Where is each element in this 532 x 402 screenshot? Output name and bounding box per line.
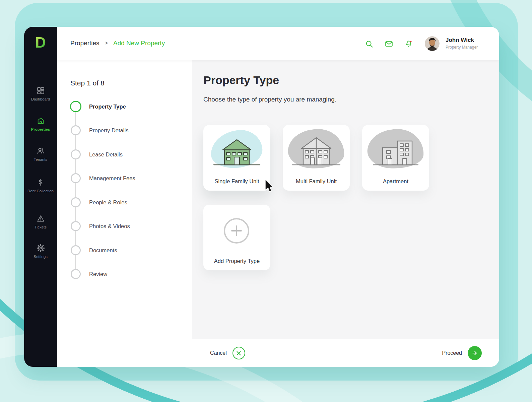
step-lease-details[interactable]: Lease Details [70,149,123,160]
dollar-icon [37,178,45,187]
sidebar-item-label: Properties [31,127,50,132]
card-label: Apartment [362,178,429,185]
step-label: Management Fees [89,175,135,182]
card-single-family-unit[interactable]: Single Family Unit [203,125,270,191]
wizard-footer: Cancel Proceed [57,339,499,367]
page-subtitle: Choose the type of property you are mana… [203,96,336,103]
messages-button[interactable] [385,40,393,48]
sidebar-item-settings[interactable]: Settings [24,244,57,259]
page-background: D Dashboard Properties [0,0,532,402]
step-label: Documents [89,247,117,254]
proceed-label: Proceed [442,350,462,356]
app-logo[interactable]: D [24,34,57,53]
breadcrumb-current: Add New Property [113,40,165,47]
card-apartment[interactable]: Apartment [362,125,429,191]
breadcrumb: Properties > Add New Property [70,40,165,47]
step-management-fees[interactable]: Management Fees [70,173,135,184]
proceed-button[interactable]: Proceed [442,339,482,367]
plus-icon [224,218,249,244]
warning-triangle-icon [37,214,45,223]
gear-icon [37,244,45,252]
step-label: Property Type [89,104,126,110]
step-review[interactable]: Review [70,268,107,280]
search-icon [365,40,374,48]
main-content: Property Type Choose the type of propert… [192,60,499,339]
sidebar-item-label: Dashboard [31,97,50,102]
sidebar-item-rent-collection[interactable]: Rent Collection [24,178,57,193]
app-window: D Dashboard Properties [24,27,499,367]
top-header: Properties > Add New Property [57,27,499,60]
card-label: Add Property Type [203,258,270,264]
logo-d-icon: D [32,34,49,52]
step-circle [70,101,81,112]
breadcrumb-section[interactable]: Properties [70,40,99,47]
step-circle [71,221,81,231]
step-documents[interactable]: Documents [70,245,117,256]
breadcrumb-separator: > [105,40,108,46]
step-property-details[interactable]: Property Details [70,125,128,136]
card-multi-family-unit[interactable]: Multi Family Unit [283,125,350,191]
user-avatar[interactable] [425,36,440,51]
step-people-roles[interactable]: People & Roles [70,197,127,208]
home-icon [37,117,45,125]
notification-dot [410,41,412,43]
user-role: Property Manager [446,45,478,50]
sidebar-item-tenants[interactable]: Tenants [24,147,57,162]
notifications-bell-icon [404,40,413,48]
multi-family-house-icon [291,131,341,171]
card-add-property-type[interactable]: Add Property Type [203,205,270,270]
step-circle [71,245,81,255]
step-label: Lease Details [89,151,123,158]
wizard-stepper-panel: Step 1 of 8 Property Type Property Detai… [57,60,192,339]
sidebar: D Dashboard Properties [24,27,57,367]
step-circle [71,269,81,279]
step-photos-videos[interactable]: Photos & Videos [70,220,130,232]
sidebar-item-dashboard[interactable]: Dashboard [24,86,57,102]
step-label: People & Roles [89,199,127,206]
step-property-type[interactable]: Property Type [70,101,126,112]
apartment-buildings-icon [371,131,421,171]
cancel-label: Cancel [210,350,227,356]
step-circle [71,149,81,159]
single-family-house-icon [212,131,262,171]
search-button[interactable] [365,40,374,48]
page-title: Property Type [203,74,279,87]
step-label: Photos & Videos [89,223,130,229]
card-label: Multi Family Unit [283,178,350,185]
cancel-button[interactable]: Cancel [210,339,245,367]
sidebar-item-label: Rent Collection [27,189,54,193]
sidebar-item-tickets[interactable]: Tickets [24,214,57,229]
notifications-button[interactable] [404,40,413,48]
user-meta: John Wick Property Manager [446,37,478,50]
card-label: Single Family Unit [203,178,270,185]
step-circle [71,173,81,183]
sidebar-item-properties[interactable]: Properties [24,117,57,132]
tenants-people-icon [37,147,45,155]
step-label: Property Details [89,127,128,134]
svg-text:D: D [35,34,46,51]
step-circle [71,197,81,207]
avatar-photo [425,36,440,51]
sidebar-item-label: Settings [34,255,48,259]
sidebar-item-label: Tenants [34,157,47,162]
proceed-arrow-icon [468,346,482,360]
step-label: Review [89,271,107,277]
step-circle [71,125,81,135]
messages-icon [385,40,393,48]
sidebar-item-label: Tickets [35,225,47,229]
step-indicator: Step 1 of 8 [70,79,105,87]
user-name: John Wick [446,37,478,44]
dashboard-grid-icon [37,86,45,95]
cancel-x-icon [232,347,245,359]
